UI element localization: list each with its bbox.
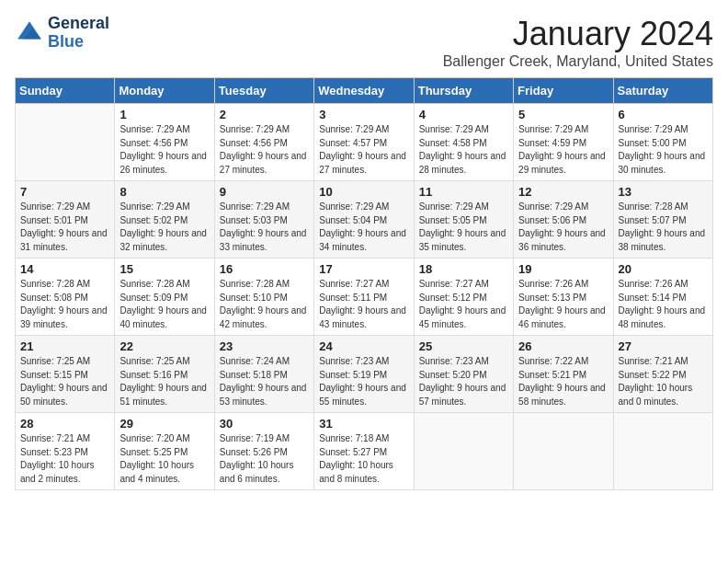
cell-sun-info: Sunrise: 7:19 AM Sunset: 5:26 PM Dayligh… — [220, 432, 309, 486]
calendar-cell: 6Sunrise: 7:29 AM Sunset: 5:00 PM Daylig… — [613, 104, 712, 181]
calendar-cell: 22Sunrise: 7:25 AM Sunset: 5:16 PM Dayli… — [115, 336, 214, 413]
day-number: 2 — [220, 108, 309, 121]
calendar-cell: 13Sunrise: 7:28 AM Sunset: 5:07 PM Dayli… — [613, 181, 712, 259]
day-number: 14 — [20, 262, 109, 276]
calendar-cell: 31Sunrise: 7:18 AM Sunset: 5:27 PM Dayli… — [314, 413, 414, 490]
cell-sun-info: Sunrise: 7:29 AM Sunset: 5:02 PM Dayligh… — [119, 201, 209, 254]
day-number: 24 — [319, 339, 408, 353]
cell-sun-info: Sunrise: 7:29 AM Sunset: 5:06 PM Dayligh… — [518, 201, 608, 254]
calendar-week-3: 14Sunrise: 7:28 AM Sunset: 5:08 PM Dayli… — [16, 259, 713, 336]
cell-sun-info: Sunrise: 7:29 AM Sunset: 5:01 PM Dayligh… — [20, 201, 109, 254]
day-number: 19 — [518, 262, 608, 276]
calendar-body: 1Sunrise: 7:29 AM Sunset: 4:56 PM Daylig… — [16, 104, 713, 490]
month-title: January 2024 — [443, 15, 713, 53]
calendar-cell: 4Sunrise: 7:29 AM Sunset: 4:58 PM Daylig… — [414, 104, 513, 181]
cell-sun-info: Sunrise: 7:28 AM Sunset: 5:07 PM Dayligh… — [619, 201, 708, 254]
cell-sun-info: Sunrise: 7:26 AM Sunset: 5:13 PM Dayligh… — [518, 278, 608, 331]
calendar-cell: 15Sunrise: 7:28 AM Sunset: 5:09 PM Dayli… — [115, 259, 214, 336]
day-number: 26 — [518, 339, 608, 353]
cell-sun-info: Sunrise: 7:25 AM Sunset: 5:15 PM Dayligh… — [20, 355, 109, 408]
calendar-cell: 25Sunrise: 7:23 AM Sunset: 5:20 PM Dayli… — [414, 336, 513, 413]
column-header-tuesday: Tuesday — [214, 78, 313, 104]
column-header-sunday: Sunday — [16, 78, 115, 104]
cell-sun-info: Sunrise: 7:23 AM Sunset: 5:20 PM Dayligh… — [419, 355, 508, 408]
calendar-cell — [16, 104, 115, 181]
day-number: 11 — [419, 185, 508, 199]
calendar-cell: 14Sunrise: 7:28 AM Sunset: 5:08 PM Dayli… — [16, 259, 115, 336]
logo: General Blue — [15, 15, 109, 52]
calendar-cell: 7Sunrise: 7:29 AM Sunset: 5:01 PM Daylig… — [16, 181, 115, 259]
day-number: 29 — [119, 417, 209, 431]
calendar-cell: 9Sunrise: 7:29 AM Sunset: 5:03 PM Daylig… — [214, 181, 313, 259]
calendar-week-4: 21Sunrise: 7:25 AM Sunset: 5:15 PM Dayli… — [16, 336, 713, 413]
logo-icon — [15, 18, 44, 48]
calendar-cell: 12Sunrise: 7:29 AM Sunset: 5:06 PM Dayli… — [514, 181, 613, 259]
day-number: 8 — [119, 185, 209, 199]
cell-sun-info: Sunrise: 7:23 AM Sunset: 5:19 PM Dayligh… — [319, 355, 408, 408]
calendar-cell: 16Sunrise: 7:28 AM Sunset: 5:10 PM Dayli… — [214, 259, 313, 336]
cell-sun-info: Sunrise: 7:21 AM Sunset: 5:23 PM Dayligh… — [20, 432, 109, 486]
cell-sun-info: Sunrise: 7:21 AM Sunset: 5:22 PM Dayligh… — [619, 355, 708, 408]
cell-sun-info: Sunrise: 7:24 AM Sunset: 5:18 PM Dayligh… — [220, 355, 309, 408]
day-number: 15 — [119, 262, 209, 276]
calendar-cell — [414, 413, 513, 490]
page-header: General Blue January 2024 Ballenger Cree… — [15, 15, 713, 70]
day-number: 13 — [619, 185, 708, 199]
column-header-friday: Friday — [514, 78, 613, 104]
calendar-cell: 24Sunrise: 7:23 AM Sunset: 5:19 PM Dayli… — [314, 336, 414, 413]
day-number: 17 — [319, 262, 408, 276]
column-header-thursday: Thursday — [414, 78, 513, 104]
cell-sun-info: Sunrise: 7:29 AM Sunset: 4:58 PM Dayligh… — [419, 123, 508, 177]
calendar-cell: 3Sunrise: 7:29 AM Sunset: 4:57 PM Daylig… — [314, 104, 414, 181]
day-number: 23 — [220, 339, 309, 353]
column-header-saturday: Saturday — [613, 78, 712, 104]
column-header-wednesday: Wednesday — [314, 78, 414, 104]
calendar-week-5: 28Sunrise: 7:21 AM Sunset: 5:23 PM Dayli… — [16, 413, 713, 490]
cell-sun-info: Sunrise: 7:27 AM Sunset: 5:11 PM Dayligh… — [319, 278, 408, 331]
calendar-cell: 2Sunrise: 7:29 AM Sunset: 4:56 PM Daylig… — [214, 104, 313, 181]
calendar-cell: 26Sunrise: 7:22 AM Sunset: 5:21 PM Dayli… — [514, 336, 613, 413]
day-number: 4 — [419, 108, 508, 121]
day-number: 21 — [20, 339, 109, 353]
cell-sun-info: Sunrise: 7:25 AM Sunset: 5:16 PM Dayligh… — [119, 355, 209, 408]
calendar-cell: 11Sunrise: 7:29 AM Sunset: 5:05 PM Dayli… — [414, 181, 513, 259]
location-title: Ballenger Creek, Maryland, United States — [443, 53, 713, 70]
day-number: 9 — [220, 185, 309, 199]
calendar-cell: 23Sunrise: 7:24 AM Sunset: 5:18 PM Dayli… — [214, 336, 313, 413]
calendar-cell: 18Sunrise: 7:27 AM Sunset: 5:12 PM Dayli… — [414, 259, 513, 336]
cell-sun-info: Sunrise: 7:29 AM Sunset: 4:57 PM Dayligh… — [319, 123, 408, 177]
cell-sun-info: Sunrise: 7:29 AM Sunset: 4:56 PM Dayligh… — [119, 123, 209, 177]
title-block: January 2024 Ballenger Creek, Maryland, … — [443, 15, 713, 70]
cell-sun-info: Sunrise: 7:29 AM Sunset: 5:00 PM Dayligh… — [619, 123, 708, 177]
column-header-monday: Monday — [115, 78, 214, 104]
calendar-week-1: 1Sunrise: 7:29 AM Sunset: 4:56 PM Daylig… — [16, 104, 713, 181]
day-number: 22 — [119, 339, 209, 353]
day-number: 3 — [319, 108, 408, 121]
calendar-table: SundayMondayTuesdayWednesdayThursdayFrid… — [15, 77, 713, 490]
cell-sun-info: Sunrise: 7:27 AM Sunset: 5:12 PM Dayligh… — [419, 278, 508, 331]
cell-sun-info: Sunrise: 7:29 AM Sunset: 5:03 PM Dayligh… — [220, 201, 309, 254]
logo-text: General Blue — [48, 15, 109, 52]
day-number: 18 — [419, 262, 508, 276]
calendar-cell: 10Sunrise: 7:29 AM Sunset: 5:04 PM Dayli… — [314, 181, 414, 259]
calendar-cell: 28Sunrise: 7:21 AM Sunset: 5:23 PM Dayli… — [16, 413, 115, 490]
cell-sun-info: Sunrise: 7:18 AM Sunset: 5:27 PM Dayligh… — [319, 432, 408, 486]
calendar-cell: 17Sunrise: 7:27 AM Sunset: 5:11 PM Dayli… — [314, 259, 414, 336]
cell-sun-info: Sunrise: 7:29 AM Sunset: 5:05 PM Dayligh… — [419, 201, 508, 254]
cell-sun-info: Sunrise: 7:28 AM Sunset: 5:09 PM Dayligh… — [119, 278, 209, 331]
calendar-cell: 30Sunrise: 7:19 AM Sunset: 5:26 PM Dayli… — [214, 413, 313, 490]
calendar-cell — [613, 413, 712, 490]
day-number: 5 — [518, 108, 608, 121]
calendar-cell: 27Sunrise: 7:21 AM Sunset: 5:22 PM Dayli… — [613, 336, 712, 413]
day-number: 25 — [419, 339, 508, 353]
cell-sun-info: Sunrise: 7:22 AM Sunset: 5:21 PM Dayligh… — [518, 355, 608, 408]
column-headers: SundayMondayTuesdayWednesdayThursdayFrid… — [16, 78, 713, 104]
calendar-cell: 20Sunrise: 7:26 AM Sunset: 5:14 PM Dayli… — [613, 259, 712, 336]
day-number: 1 — [119, 108, 209, 121]
calendar-cell: 19Sunrise: 7:26 AM Sunset: 5:13 PM Dayli… — [514, 259, 613, 336]
day-number: 6 — [619, 108, 708, 121]
cell-sun-info: Sunrise: 7:26 AM Sunset: 5:14 PM Dayligh… — [619, 278, 708, 331]
calendar-cell: 21Sunrise: 7:25 AM Sunset: 5:15 PM Dayli… — [16, 336, 115, 413]
day-number: 30 — [220, 417, 309, 431]
calendar-cell: 5Sunrise: 7:29 AM Sunset: 4:59 PM Daylig… — [514, 104, 613, 181]
